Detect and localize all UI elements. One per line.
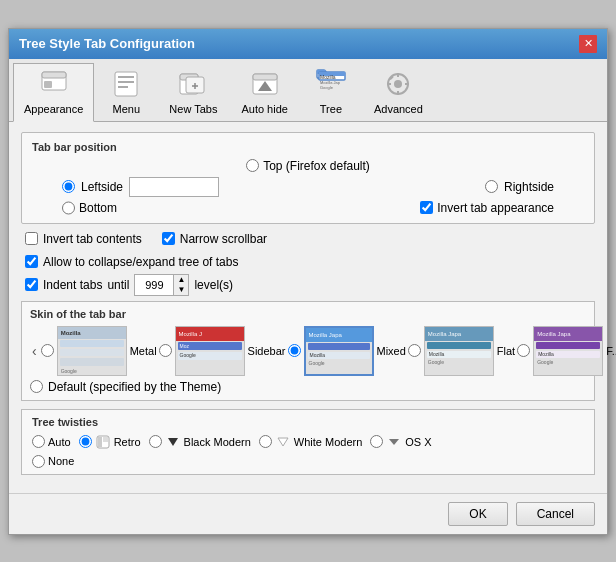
black-modern-icon — [165, 434, 181, 450]
skin-f-radio[interactable] — [517, 344, 530, 357]
tab-menu-label: Menu — [113, 103, 141, 115]
indent-tabs-checkbox[interactable] — [25, 278, 38, 291]
twisty-osx: OS X — [370, 434, 431, 450]
footer: OK Cancel — [9, 493, 607, 534]
leftside-radio[interactable] — [62, 180, 75, 193]
tab-appearance[interactable]: Appearance — [13, 63, 94, 122]
twisty-white-label: White Modern — [294, 436, 362, 448]
rightside-label: Rightside — [504, 180, 554, 194]
skin-item-mixed: Mozilla Japa Mozilla Google Mixed — [288, 326, 406, 376]
twisty-white-radio[interactable] — [259, 435, 272, 448]
twisties-row-1: Auto Retro — [32, 434, 584, 450]
main-content: Tab bar position Top (Firefox default) L… — [9, 122, 607, 493]
svg-rect-33 — [103, 437, 108, 442]
twisty-white-modern: White Modern — [259, 434, 362, 450]
svg-text:Google: Google — [320, 85, 334, 90]
top-radio-row: Top (Firefox default) — [246, 159, 370, 173]
top-label: Top (Firefox default) — [263, 159, 370, 173]
retro-icon — [95, 434, 111, 450]
checkboxes-section: Invert tab contents Narrow scrollbar All… — [21, 232, 595, 296]
svg-rect-2 — [44, 81, 52, 88]
tab-bar-position-section: Tab bar position Top (Firefox default) L… — [21, 132, 595, 224]
skin-flat-thumb: Mozilla Japa Mozilla Google — [424, 326, 494, 376]
tab-menu[interactable]: Menu — [96, 63, 156, 121]
narrow-scrollbar-checkbox[interactable] — [162, 232, 175, 245]
dialog: Tree Style Tab Configuration ✕ Appearanc… — [8, 28, 608, 535]
invert-tab-appearance-checkbox[interactable] — [420, 201, 433, 214]
new-tabs-icon — [177, 68, 209, 100]
svg-rect-4 — [118, 76, 134, 78]
svg-rect-5 — [118, 81, 134, 83]
twisty-black-modern: Black Modern — [149, 434, 251, 450]
spinner-down[interactable]: ▼ — [174, 285, 188, 295]
invert-tab-contents-checkbox[interactable] — [25, 232, 38, 245]
indent-value-input[interactable]: 999 — [135, 275, 173, 295]
dialog-title: Tree Style Tab Configuration — [19, 36, 195, 51]
tab-auto-hide[interactable]: Auto hide — [230, 63, 298, 121]
bottom-radio[interactable] — [62, 201, 75, 215]
tab-advanced[interactable]: Advanced — [363, 63, 434, 121]
invert-tab-contents-row: Invert tab contents — [25, 232, 142, 246]
tab-bar-position-label: Tab bar position — [32, 141, 584, 153]
svg-marker-36 — [389, 439, 399, 445]
tab-new-tabs[interactable]: New Tabs — [158, 63, 228, 121]
spinner-buttons: ▲ ▼ — [173, 275, 188, 295]
skin-default-label: Default (specified by the Theme) — [48, 380, 221, 394]
skin-scroll-left[interactable]: ‹ — [30, 343, 39, 359]
skin-default-radio[interactable] — [30, 380, 43, 393]
spinner-up[interactable]: ▲ — [174, 275, 188, 285]
twisty-osx-radio[interactable] — [370, 435, 383, 448]
twisty-none-label: None — [48, 455, 74, 467]
tab-tree[interactable]: Mozilla Mozilla Jap Google Tree — [301, 63, 361, 121]
skin-mixed-label: Mixed — [377, 345, 406, 357]
skin-item-metal: Mozilla Google Metal — [41, 326, 157, 376]
skin-f-thumb: Mozilla Japa Mozilla Google — [533, 326, 603, 376]
ok-button[interactable]: OK — [448, 502, 507, 526]
indent-until-label: until — [107, 278, 129, 292]
cancel-button[interactable]: Cancel — [516, 502, 595, 526]
twisty-retro-label: Retro — [114, 436, 141, 448]
skin-item-sidebar: Mozilla J Moz Google Sidebar — [159, 326, 286, 376]
tab-appearance-label: Appearance — [24, 103, 83, 115]
skin-metal-radio[interactable] — [41, 344, 54, 357]
leftside-input[interactable] — [129, 177, 219, 197]
twisty-auto: Auto — [32, 435, 71, 448]
indent-tabs-label: Indent tabs — [43, 278, 102, 292]
bottom-label: Bottom — [79, 201, 117, 215]
skin-item-flat: Mozilla Japa Mozilla Google Flat — [408, 326, 515, 376]
twisty-none-radio[interactable] — [32, 455, 45, 468]
skin-sidebar-radio[interactable] — [159, 344, 172, 357]
rightside-radio[interactable] — [485, 180, 498, 193]
twisty-retro-radio[interactable] — [79, 435, 92, 448]
bottom-row: Bottom — [62, 201, 117, 215]
svg-rect-27 — [397, 91, 399, 95]
osx-icon — [386, 434, 402, 450]
skin-metal-label: Metal — [130, 345, 157, 357]
skin-mixed-radio[interactable] — [288, 344, 301, 357]
svg-rect-29 — [405, 83, 409, 85]
allow-collapse-label: Allow to collapse/expand tree of tabs — [43, 255, 238, 269]
twisty-black-radio[interactable] — [149, 435, 162, 448]
skin-flat-label: Flat — [497, 345, 515, 357]
svg-rect-3 — [115, 72, 137, 96]
skin-sidebar-label: Sidebar — [248, 345, 286, 357]
indent-spinner: 999 ▲ ▼ — [134, 274, 189, 296]
top-radio[interactable] — [246, 159, 259, 172]
skin-flat-radio[interactable] — [408, 344, 421, 357]
default-skin-row: Default (specified by the Theme) — [30, 380, 586, 394]
left-col: Leftside — [62, 177, 219, 197]
skin-mixed-thumb: Mozilla Japa Mozilla Google — [304, 326, 374, 376]
twisty-black-label: Black Modern — [184, 436, 251, 448]
skin-label: Skin of the tab bar — [30, 308, 586, 320]
twisty-auto-radio[interactable] — [32, 435, 45, 448]
twisties-label: Tree twisties — [32, 416, 584, 428]
close-button[interactable]: ✕ — [579, 35, 597, 53]
svg-rect-26 — [397, 73, 399, 77]
allow-collapse-checkbox[interactable] — [25, 255, 38, 268]
title-bar: Tree Style Tab Configuration ✕ — [9, 29, 607, 59]
menu-icon — [110, 68, 142, 100]
svg-marker-35 — [278, 438, 288, 446]
auto-hide-icon — [249, 68, 281, 100]
leftside-label: Leftside — [81, 180, 123, 194]
white-modern-icon — [275, 434, 291, 450]
